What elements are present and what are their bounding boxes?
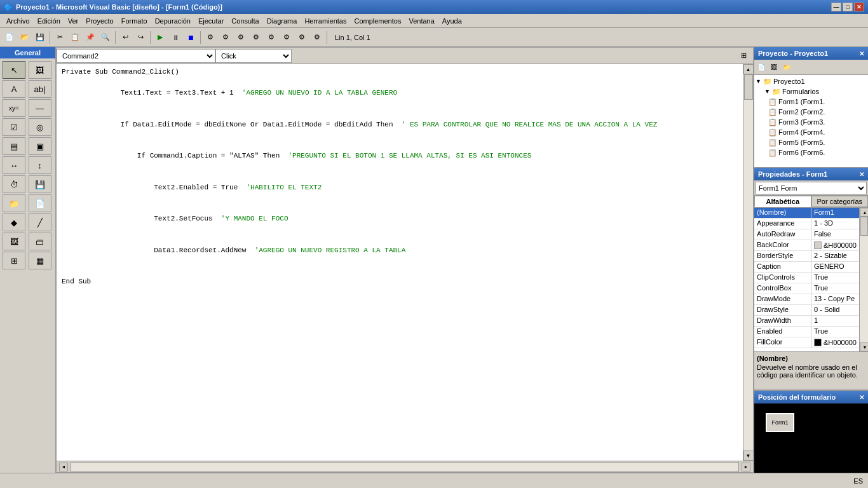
tb-btn2[interactable]: ⚙ <box>219 30 233 44</box>
prop-row-drawwidth[interactable]: DrawWidth 1 <box>754 316 859 327</box>
tb-save[interactable]: 💾 <box>33 30 47 44</box>
menu-archivo[interactable]: Archivo <box>3 16 34 26</box>
maximize-button[interactable]: □ <box>843 3 853 11</box>
minimize-button[interactable]: — <box>831 3 841 11</box>
props-object-selector[interactable]: Form1 Form <box>756 182 867 194</box>
tool-dir[interactable]: 📁 <box>3 194 25 212</box>
prop-row-fillcolor[interactable]: FillColor &H000000 <box>754 337 859 348</box>
tb-redo[interactable]: ↪ <box>133 30 147 44</box>
prop-row-controlbox[interactable]: ControlBox True <box>754 283 859 294</box>
prop-row-clipcontrols[interactable]: ClipControls True <box>754 273 859 283</box>
props-scroll-up[interactable]: ▲ <box>860 208 868 217</box>
menu-complementos[interactable]: Complementos <box>350 16 405 26</box>
project-panel-close[interactable]: ✕ <box>859 50 864 57</box>
menu-ver[interactable]: Ver <box>64 16 83 26</box>
scroll-left-btn[interactable]: ◄ <box>59 463 68 471</box>
tool-frame[interactable]: xy= <box>3 99 25 117</box>
tool-picture[interactable]: 🖼 <box>29 61 51 79</box>
tool-ole[interactable]: ▦ <box>29 252 51 269</box>
scroll-right-btn[interactable]: ► <box>742 463 750 471</box>
prop-row-drawmode[interactable]: DrawMode 13 - Copy Pe <box>754 294 859 305</box>
menu-edicion[interactable]: Edición <box>34 16 64 26</box>
tb-btn7[interactable]: ⚙ <box>295 30 309 44</box>
tool-file[interactable]: 📄 <box>29 194 51 212</box>
tool-image[interactable]: 🖼 <box>3 233 25 250</box>
menu-proyecto[interactable]: Proyecto <box>82 16 117 26</box>
menu-depuracion[interactable]: Depuración <box>151 16 194 26</box>
tool-vscroll[interactable]: ↕ <box>29 156 51 174</box>
tab-por-categorias[interactable]: Por categorías <box>811 196 869 207</box>
scroll-thumb[interactable] <box>744 74 753 100</box>
prop-row-appearance[interactable]: Appearance 1 - 3D <box>754 219 859 229</box>
tool-drive[interactable]: 💾 <box>29 175 51 193</box>
close-button[interactable]: ✕ <box>854 3 864 11</box>
tb-run[interactable]: ▶ <box>153 30 167 44</box>
form1-node[interactable]: 📋 Form1 (Form1. <box>756 97 867 107</box>
form2-node[interactable]: 📋 Form2 (Form2. <box>756 107 867 117</box>
tool-data[interactable]: 🗃 <box>29 233 51 250</box>
tool-command[interactable]: — <box>29 99 51 117</box>
tool-text[interactable]: ab| <box>29 80 51 98</box>
tool-pointer[interactable]: ↖ <box>3 61 25 79</box>
proc-selector[interactable]: Click <box>215 49 292 63</box>
tb-btn3[interactable]: ⚙ <box>234 30 248 44</box>
tb-new[interactable]: 📄 <box>3 30 17 44</box>
menu-herramientas[interactable]: Herramientas <box>301 16 350 26</box>
code-toggle-btn[interactable]: ⊞ <box>736 49 750 63</box>
prop-row-autoredraw[interactable]: AutoRedraw False <box>754 229 859 240</box>
tb-undo[interactable]: ↩ <box>118 30 132 44</box>
prop-row-nombre[interactable]: (Nombre) Form1 <box>754 208 859 219</box>
project-root[interactable]: ▼ 📁 Proyecto1 <box>756 76 867 86</box>
menu-ayuda[interactable]: Ayuda <box>438 16 466 26</box>
tb-btn5[interactable]: ⚙ <box>264 30 278 44</box>
props-scroll-thumb[interactable] <box>860 217 868 236</box>
forms-folder[interactable]: ▼ 📁 Formularios <box>756 86 867 97</box>
menu-ejecutar[interactable]: Ejecutar <box>194 16 227 26</box>
prop-row-borderstyle[interactable]: BorderStyle 2 - Sizable <box>754 251 859 262</box>
tool-radio[interactable]: ◎ <box>29 118 51 136</box>
form6-node[interactable]: 📋 Form6 (Form6. <box>756 147 867 158</box>
tool-line[interactable]: ╱ <box>29 214 51 231</box>
tool-combo[interactable]: ▤ <box>3 137 25 155</box>
form3-node[interactable]: 📋 Form3 (Form3. <box>756 117 867 127</box>
tool-list[interactable]: ▣ <box>29 137 51 155</box>
tb-find[interactable]: 🔍 <box>98 30 112 44</box>
prop-row-caption[interactable]: Caption GENERO <box>754 262 859 273</box>
props-scroll-down[interactable]: ▼ <box>860 342 868 351</box>
tb-paste[interactable]: 📌 <box>83 30 97 44</box>
tab-alfabetica[interactable]: Alfabética <box>754 196 811 207</box>
tb-btn6[interactable]: ⚙ <box>280 30 294 44</box>
project-toggle[interactable]: 📁 <box>781 62 792 73</box>
menu-formato[interactable]: Formato <box>118 16 151 26</box>
tb-btn8[interactable]: ⚙ <box>310 30 324 44</box>
tb-pause[interactable]: ⏸ <box>168 30 182 44</box>
tb-btn1[interactable]: ⚙ <box>203 30 217 44</box>
props-panel-close[interactable]: ✕ <box>859 171 864 178</box>
form4-node[interactable]: 📋 Form4 (Form4. <box>756 127 867 137</box>
tb-open[interactable]: 📂 <box>18 30 32 44</box>
code-content[interactable]: Private Sub Command2_Click() Text1.Text … <box>57 64 743 461</box>
tool-checkbox[interactable]: ☑ <box>3 118 25 136</box>
tb-btn4[interactable]: ⚙ <box>249 30 263 44</box>
tool-shape[interactable]: ◆ <box>3 214 25 231</box>
project-view-obj[interactable]: 🖼 <box>768 62 780 73</box>
object-selector[interactable]: Command2 <box>57 49 215 63</box>
tool-label[interactable]: A <box>3 80 25 98</box>
prop-row-enabled[interactable]: Enabled True <box>754 327 859 337</box>
scroll-down-btn[interactable]: ▼ <box>743 451 754 461</box>
menu-ventana[interactable]: Ventana <box>405 16 438 26</box>
tool-hscroll[interactable]: ↔ <box>3 156 25 174</box>
tool-grid[interactable]: ⊞ <box>3 252 25 269</box>
tb-cut[interactable]: ✂ <box>53 30 67 44</box>
tool-timer[interactable]: ⏱ <box>3 175 25 193</box>
prop-row-backcolor[interactable]: BackColor &H800000 <box>754 240 859 251</box>
project-view-code[interactable]: 📄 <box>756 62 767 73</box>
tb-stop[interactable]: ⏹ <box>184 30 198 44</box>
position-panel-close[interactable]: ✕ <box>859 394 864 401</box>
menu-diagrama[interactable]: Diagrama <box>263 16 301 26</box>
horizontal-scrollbar[interactable] <box>71 462 739 472</box>
form5-node[interactable]: 📋 Form5 (Form5. <box>756 137 867 147</box>
tb-copy[interactable]: 📋 <box>68 30 82 44</box>
prop-row-drawstyle[interactable]: DrawStyle 0 - Solid <box>754 305 859 316</box>
scroll-up-btn[interactable]: ▲ <box>743 64 754 74</box>
